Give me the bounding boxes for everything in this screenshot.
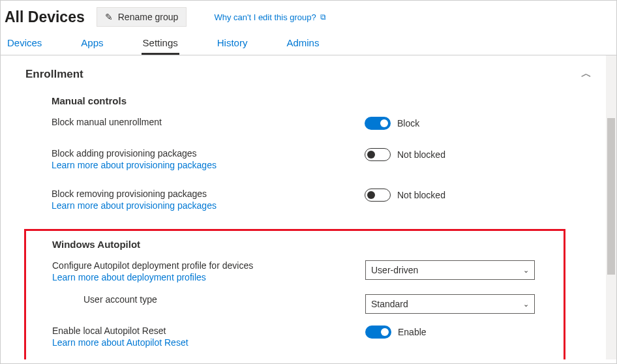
block-add-prov-label: Block adding provisioning packages bbox=[52, 148, 365, 159]
deployment-profile-select[interactable]: User-driven ⌄ bbox=[365, 260, 535, 280]
block-add-prov-state: Not blocked bbox=[397, 149, 445, 160]
enable-autopilot-reset-state: Enable bbox=[398, 327, 427, 337]
chevron-down-icon: ⌄ bbox=[523, 266, 529, 275]
enrollment-section-header[interactable]: Enrollment ︿ bbox=[25, 67, 592, 81]
scrollbar-thumb[interactable] bbox=[607, 118, 615, 275]
block-add-prov-toggle[interactable] bbox=[365, 148, 391, 161]
configure-profile-label: Configure Autopilot deployment profile f… bbox=[52, 260, 365, 271]
block-unenrollment-row: Block manual unenrollment Block bbox=[52, 117, 592, 130]
enrollment-title: Enrollment bbox=[25, 68, 83, 81]
learn-provisioning-link-2[interactable]: Learn more about provisioning packages bbox=[52, 200, 217, 211]
scrollbar-track[interactable] bbox=[606, 55, 616, 359]
configure-profile-row: Configure Autopilot deployment profile f… bbox=[52, 260, 564, 282]
block-remove-prov-toggle[interactable] bbox=[365, 189, 391, 202]
enable-autopilot-reset-toggle[interactable] bbox=[365, 326, 391, 339]
edit-group-help-link[interactable]: Why can't I edit this group? ⧉ bbox=[214, 12, 325, 22]
user-account-type-select[interactable]: Standard ⌄ bbox=[365, 294, 535, 314]
tab-history[interactable]: History bbox=[216, 32, 249, 55]
chevron-down-icon: ⌄ bbox=[523, 300, 529, 309]
manual-controls-title: Manual controls bbox=[52, 95, 592, 106]
rename-group-label: Rename group bbox=[118, 12, 179, 22]
autopilot-title: Windows Autopilot bbox=[52, 239, 564, 250]
tab-admins[interactable]: Admins bbox=[285, 32, 320, 55]
deployment-profile-value: User-driven bbox=[371, 265, 418, 275]
block-remove-prov-state: Not blocked bbox=[397, 190, 445, 200]
page-title: All Devices bbox=[5, 8, 85, 26]
block-add-prov-row: Block adding provisioning packages Learn… bbox=[52, 148, 592, 170]
block-remove-prov-row: Block removing provisioning packages Lea… bbox=[52, 189, 592, 211]
learn-provisioning-link-1[interactable]: Learn more about provisioning packages bbox=[52, 160, 217, 170]
chevron-up-icon: ︿ bbox=[581, 67, 592, 81]
user-account-type-label: User account type bbox=[83, 294, 365, 305]
rename-group-button[interactable]: ✎ Rename group bbox=[97, 7, 187, 27]
autopilot-highlight-box: Windows Autopilot Configure Autopilot de… bbox=[24, 229, 565, 359]
block-unenrollment-label: Block manual unenrollment bbox=[52, 117, 365, 127]
help-link-text: Why can't I edit this group? bbox=[214, 12, 316, 22]
user-account-type-value: Standard bbox=[371, 299, 408, 309]
pencil-icon: ✎ bbox=[105, 12, 113, 22]
tab-apps[interactable]: Apps bbox=[80, 32, 104, 55]
tab-devices[interactable]: Devices bbox=[6, 32, 43, 55]
learn-autopilot-reset-link[interactable]: Learn more about Autopilot Reset bbox=[52, 337, 188, 348]
tab-settings[interactable]: Settings bbox=[142, 32, 179, 55]
tab-bar: Devices Apps Settings History Admins bbox=[1, 32, 616, 55]
block-unenrollment-state: Block bbox=[397, 118, 419, 129]
enable-autopilot-reset-row: Enable local Autopilot Reset Learn more … bbox=[52, 326, 564, 348]
learn-deployment-profiles-link[interactable]: Learn more about deployment profiles bbox=[52, 272, 206, 282]
enable-autopilot-reset-label: Enable local Autopilot Reset bbox=[52, 326, 365, 336]
user-account-type-row: User account type Standard ⌄ bbox=[52, 294, 564, 314]
block-remove-prov-label: Block removing provisioning packages bbox=[52, 189, 365, 199]
external-link-icon: ⧉ bbox=[320, 12, 326, 22]
block-unenrollment-toggle[interactable] bbox=[365, 117, 391, 130]
